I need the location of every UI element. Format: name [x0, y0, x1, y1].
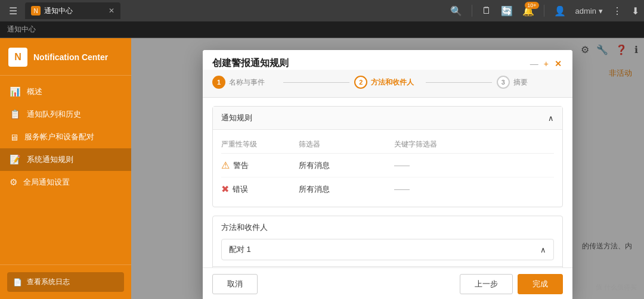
- download-icon[interactable]: ⬇: [631, 5, 639, 17]
- table-row: ⚠ 警告 所有消息 ——: [221, 154, 554, 177]
- modal-title: 创建警报通知规则: [212, 57, 289, 70]
- modal-footer: 取消 上一步 完成: [203, 267, 572, 299]
- method-title: 方法和收件人: [221, 222, 268, 233]
- table-row: ✖ 错误 所有消息 ——: [221, 177, 554, 201]
- stepper: 1 名称与事件 2 方法和收件人 3: [203, 70, 572, 98]
- profile-icon[interactable]: 👤: [554, 5, 566, 17]
- sidebar-item-queue-label: 通知队列和历史: [27, 109, 81, 120]
- browser-tab[interactable]: N 通知中心 ✕: [25, 2, 120, 19]
- modal-minimize-button[interactable]: —: [530, 59, 539, 68]
- notification-rules-card: 通知规则 ∧ 严重性等级 筛选器 关键字筛选器 ⚠: [212, 106, 563, 207]
- sidebar-title: Notification Center: [33, 52, 108, 62]
- keyword-2: ——: [394, 185, 554, 194]
- sidebar-item-rules[interactable]: 📝 系统通知规则: [0, 148, 131, 171]
- step-3: 3 摘要: [497, 76, 563, 89]
- modal-body: 通知规则 ∧ 严重性等级 筛选器 关键字筛选器 ⚠: [203, 98, 572, 267]
- browser-menu-button[interactable]: ☰: [5, 2, 21, 19]
- search-icon[interactable]: 🔍: [450, 5, 462, 17]
- notification-badge-container[interactable]: 🔔 10+: [522, 5, 534, 17]
- address-text: 通知中心: [7, 24, 36, 35]
- app-container: N Notification Center 📊 概述 📋 通知队列和历史 🖥 服…: [0, 38, 644, 299]
- match-selector[interactable]: 配对 1 ∧: [221, 239, 554, 260]
- error-label: 错误: [233, 184, 248, 195]
- rules-card-title: 通知规则: [221, 113, 252, 123]
- modal-close-button[interactable]: ✕: [553, 59, 563, 68]
- sidebar-item-global-label: 全局通知设置: [23, 177, 70, 188]
- tab-favicon: N: [31, 6, 41, 15]
- step-2: 2 方法和收件人: [354, 76, 420, 89]
- sidebar-item-global[interactable]: ⚙ 全局通知设置: [0, 171, 131, 194]
- sidebar-item-overview-label: 概述: [27, 86, 42, 97]
- modal-dialog: 创建警报通知规则 — + ✕ 1 名称与事件: [203, 50, 572, 299]
- logs-icon: 📄: [13, 278, 22, 286]
- filter-all-1: 所有消息: [299, 160, 394, 171]
- sidebar-item-queue[interactable]: 📋 通知队列和历史: [0, 103, 131, 126]
- modal-controls: — + ✕: [530, 59, 563, 68]
- modal-expand-button[interactable]: +: [544, 59, 549, 68]
- admin-label: admin: [575, 7, 596, 15]
- tab-close-button[interactable]: ✕: [109, 7, 114, 15]
- rules-card-header: 通知规则 ∧: [213, 107, 562, 130]
- step-1: 1 名称与事件: [212, 76, 278, 89]
- step-2-num: 2: [359, 79, 363, 86]
- step-2-circle: 2: [354, 76, 367, 89]
- menu-icon: ☰: [9, 5, 17, 17]
- sidebar: N Notification Center 📊 概述 📋 通知队列和历史 🖥 服…: [0, 38, 131, 299]
- error-icon: ✖: [221, 183, 229, 195]
- modal-header: 创建警报通知规则 — + ✕: [203, 50, 572, 70]
- step-3-num: 3: [501, 79, 505, 86]
- modal-overlay: 创建警报通知规则 — + ✕ 1 名称与事件: [131, 38, 644, 299]
- warn-label: 警告: [233, 160, 249, 171]
- step-2-label: 方法和收件人: [371, 77, 414, 88]
- match-label: 配对 1: [229, 244, 251, 255]
- warn-icon: ⚠: [221, 160, 230, 171]
- global-icon: ⚙: [10, 177, 17, 188]
- sidebar-item-overview[interactable]: 📊 概述: [0, 80, 131, 103]
- step-1-num: 1: [217, 79, 221, 86]
- more-options-icon[interactable]: ⋮: [612, 5, 622, 17]
- finish-button[interactable]: 完成: [518, 274, 563, 294]
- overview-icon: 📊: [10, 86, 21, 97]
- browser-toolbar-right: 🔍 🗒 🔄 🔔 10+ 👤 admin ▾ ⋮ ⬇: [450, 5, 639, 17]
- divider2: [544, 5, 544, 17]
- rules-collapse-icon[interactable]: ∧: [548, 114, 554, 123]
- method-section: 方法和收件人 配对 1 ∧ 方式 ✉ 电子邮件: [212, 216, 563, 267]
- match-collapse-icon: ∧: [540, 245, 546, 254]
- step-line-2: [426, 82, 492, 83]
- main-content: ⚙ 🔧 ❓ ℹ 非活动 的传送方法、内 创建警报通知规则 — + ✕: [131, 38, 644, 299]
- step-1-circle: 1: [212, 76, 225, 89]
- step-line-1: [283, 82, 349, 83]
- keyword-1: ——: [394, 161, 554, 170]
- col-severity: 严重性等级: [221, 139, 299, 150]
- watermark: 值 什么值得买: [596, 283, 637, 292]
- method-header: 方法和收件人: [213, 216, 562, 239]
- admin-button[interactable]: admin ▾: [575, 7, 603, 15]
- rules-icon: 📝: [10, 154, 21, 165]
- browser-bar: ☰ N 通知中心 ✕ 🔍 🗒 🔄 🔔 10+ 👤 admin ▾ ⋮ ⬇: [0, 0, 644, 21]
- tab-label: 通知中心: [44, 6, 73, 16]
- table-header: 严重性等级 筛选器 关键字筛选器: [221, 136, 554, 154]
- step-3-label: 摘要: [513, 77, 528, 88]
- severity-warn: ⚠ 警告: [221, 160, 299, 171]
- address-bar: 通知中心: [0, 21, 644, 38]
- rules-card-body: 严重性等级 筛选器 关键字筛选器 ⚠ 警告 所有消息 ——: [213, 130, 562, 207]
- col-keyword: 关键字筛选器: [394, 139, 554, 150]
- queue-icon: 📋: [10, 109, 21, 120]
- history-icon[interactable]: 🔄: [501, 5, 513, 17]
- admin-arrow-icon: ▾: [599, 7, 603, 15]
- view-logs-button[interactable]: 📄 查看系统日志: [7, 272, 124, 292]
- prev-button[interactable]: 上一步: [460, 274, 513, 294]
- sidebar-item-service[interactable]: 🖥 服务帐户和设备配对: [0, 126, 131, 148]
- divider: [472, 5, 472, 17]
- bookmark-icon[interactable]: 🗒: [482, 5, 491, 16]
- sidebar-footer: 📄 查看系统日志: [0, 264, 131, 299]
- sidebar-item-service-label: 服务帐户和设备配对: [24, 132, 94, 142]
- col-filter: 筛选器: [299, 139, 394, 150]
- badge-count: 10+: [525, 2, 538, 9]
- service-icon: 🖥: [10, 132, 18, 142]
- severity-error: ✖ 错误: [221, 183, 299, 195]
- cancel-button[interactable]: 取消: [212, 274, 258, 294]
- step-1-label: 名称与事件: [229, 77, 265, 88]
- sidebar-logo: N: [8, 48, 27, 67]
- watermark-text: 值 什么值得买: [596, 284, 637, 291]
